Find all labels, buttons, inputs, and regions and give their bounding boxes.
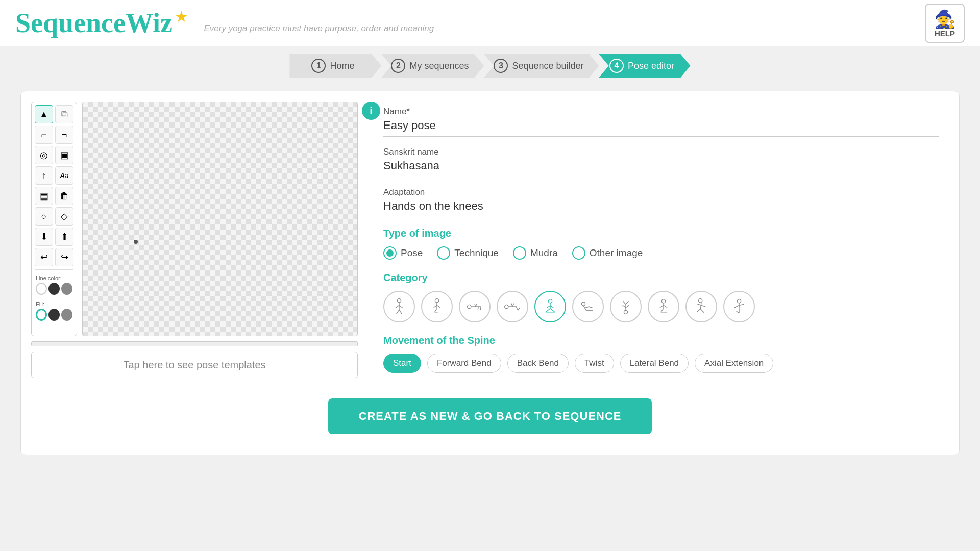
category-forward-fold[interactable] (572, 291, 604, 322)
movement-start[interactable]: Start (383, 354, 421, 373)
category-group: Category (383, 272, 939, 322)
category-title: Category (383, 272, 939, 284)
create-button[interactable]: CREATE AS NEW & GO BACK TO SEQUENCE (328, 398, 652, 434)
logo-area: SequenceWiz ★ Every yoga practice must h… (15, 7, 434, 39)
movement-chips-row: Start Forward Bend Back Bend Twist Later… (383, 354, 939, 373)
radio-pose[interactable]: Pose (383, 246, 423, 260)
undo-tool[interactable]: ↩ (35, 248, 53, 266)
select-tool[interactable]: ▲ (35, 105, 53, 123)
sanskrit-value[interactable]: Sukhasana (383, 159, 939, 177)
canvas-area[interactable] (82, 102, 358, 336)
svg-point-42 (662, 299, 665, 303)
svg-line-16 (478, 307, 478, 310)
name-field-group: Name* Easy pose (383, 107, 939, 137)
breadcrumb-label-home: Home (330, 61, 354, 71)
category-icons-row (383, 291, 939, 322)
category-balance[interactable] (723, 291, 755, 322)
svg-line-56 (734, 305, 739, 308)
fill-color-teal-outline[interactable] (36, 309, 47, 321)
sanskrit-label: Sanskrit name (383, 147, 939, 157)
movement-forward-bend[interactable]: Forward Bend (427, 354, 501, 373)
corner-tr-tool[interactable]: ¬ (55, 126, 74, 144)
circle-tool[interactable]: ◎ (35, 146, 53, 164)
category-inverted[interactable] (610, 291, 642, 322)
breadcrumb-num-2: 2 (391, 59, 405, 73)
category-standing[interactable] (383, 291, 415, 322)
radio-technique[interactable]: Technique (437, 246, 499, 260)
category-lying-flat[interactable] (459, 291, 491, 322)
main-wrapper: ▲ ⧉ ⌐ ¬ ◎ ▣ ↑ Aa (20, 91, 960, 455)
svg-point-0 (397, 299, 401, 303)
rect-tool[interactable]: ▣ (55, 146, 74, 164)
line-color-black[interactable] (48, 283, 60, 295)
category-kneeling[interactable] (421, 291, 453, 322)
adaptation-value[interactable]: Hands on the knees (383, 199, 939, 217)
svg-line-27 (550, 306, 553, 308)
breadcrumb-label-myseq: My sequences (409, 61, 469, 71)
crop-tool[interactable]: ▤ (35, 187, 53, 205)
category-seated-upright[interactable] (648, 291, 679, 322)
adaptation-field-group: Adaptation Hands on the knees (383, 187, 939, 217)
movement-lateral-bend[interactable]: Lateral Bend (620, 354, 689, 373)
svg-line-38 (623, 305, 626, 308)
radio-other-image[interactable]: Other image (572, 246, 643, 260)
breadcrumb-item-poseeditor[interactable]: 4 Pose editor (599, 54, 691, 78)
svg-point-36 (624, 310, 627, 314)
radio-mudra[interactable]: Mudra (513, 246, 558, 260)
fill-color-black[interactable] (48, 309, 60, 321)
fill-color-gray[interactable] (61, 309, 72, 321)
radio-label-mudra: Mudra (530, 247, 558, 259)
line-color-label: Line color: (36, 275, 72, 281)
help-label: HELP (935, 29, 955, 38)
name-value[interactable]: Easy pose (383, 119, 939, 137)
category-lying-bent[interactable] (497, 291, 528, 322)
category-seated-cross[interactable] (534, 291, 566, 322)
svg-line-35 (589, 307, 593, 308)
svg-point-12 (468, 305, 471, 308)
kneeling-icon (428, 297, 446, 316)
svg-line-23 (518, 308, 520, 310)
seated-cross-icon (541, 297, 559, 316)
template-bar (31, 341, 358, 346)
corner-tl-tool[interactable]: ⌐ (35, 126, 53, 144)
breadcrumb-label-seqbuilder: Sequence builder (512, 61, 583, 71)
toolbar-row-6: ○ ◇ (35, 207, 74, 226)
droplet-tool[interactable]: ◇ (55, 207, 74, 226)
breadcrumb-item-myseq[interactable]: 2 My sequences (381, 54, 484, 78)
ellipse-outline-tool[interactable]: ○ (35, 207, 53, 226)
svg-line-52 (697, 309, 700, 312)
copy-tool[interactable]: ⧉ (55, 105, 74, 123)
svg-line-22 (516, 307, 518, 310)
movement-back-bend[interactable]: Back Bend (507, 354, 569, 373)
movement-axial-extension[interactable]: Axial Extension (695, 354, 773, 373)
svg-point-48 (699, 299, 702, 303)
delete-tool[interactable]: 🗑 (55, 187, 74, 205)
text-tool[interactable]: Aa (55, 166, 74, 185)
toolbar-row-7: ⬇ ⬆ (35, 228, 74, 246)
movement-twist[interactable]: Twist (575, 354, 614, 373)
svg-point-18 (505, 305, 508, 308)
redo-tool[interactable]: ↪ (55, 248, 74, 266)
breadcrumb-item-home[interactable]: 1 Home (289, 54, 381, 78)
breadcrumb-item-seqbuilder[interactable]: 3 Sequence builder (483, 54, 599, 78)
header: SequenceWiz ★ Every yoga practice must h… (0, 0, 980, 46)
svg-point-54 (737, 299, 741, 303)
align-tool[interactable]: ⬆ (55, 228, 74, 246)
arrow-tool[interactable]: ↑ (35, 166, 53, 185)
forward-fold-icon (579, 297, 597, 316)
toolbar-row-2: ⌐ ¬ (35, 126, 74, 144)
svg-line-26 (547, 306, 550, 308)
breadcrumb-num-3: 3 (494, 59, 508, 73)
import-tool[interactable]: ⬇ (35, 228, 53, 246)
svg-line-46 (661, 309, 664, 312)
info-button[interactable]: i (362, 102, 380, 120)
category-twisted[interactable] (685, 291, 717, 322)
radio-circle-mudra (513, 246, 526, 260)
pose-templates-button[interactable]: Tap here to see pose templates (31, 352, 358, 378)
line-color-white[interactable] (36, 283, 47, 295)
radio-label-technique: Technique (454, 247, 499, 259)
help-button[interactable]: 🧙 HELP (925, 4, 965, 43)
breadcrumb-label-poseeditor: Pose editor (628, 61, 674, 71)
svg-line-51 (701, 305, 705, 307)
line-color-gray[interactable] (61, 283, 72, 295)
